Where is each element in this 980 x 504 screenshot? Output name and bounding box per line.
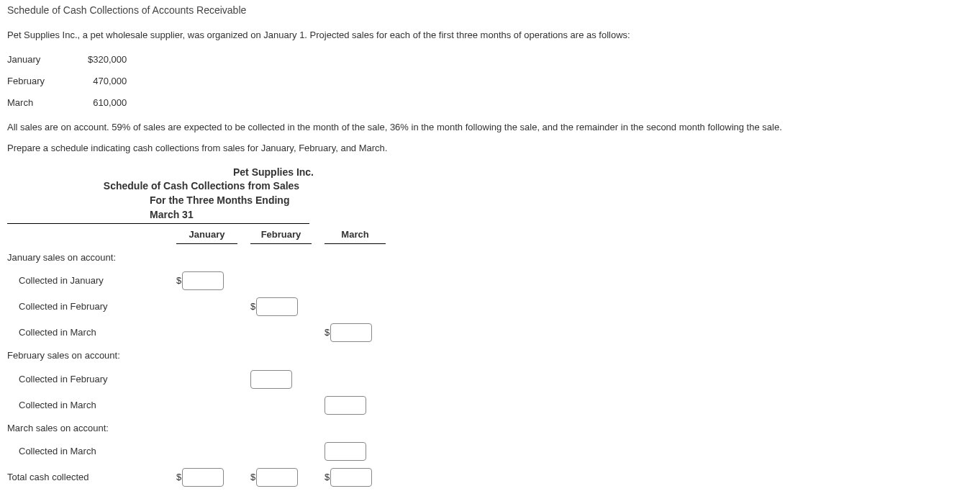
dollar-sign: $ xyxy=(176,274,181,287)
dollar-sign: $ xyxy=(325,471,330,484)
col-march: March xyxy=(325,228,386,244)
table-row: March 610,000 xyxy=(7,92,127,114)
mar-sales-header: March sales on account: xyxy=(7,422,176,435)
total-feb-input[interactable] xyxy=(256,468,298,487)
row-label: Collected in February xyxy=(7,373,176,386)
report-title: Schedule of Cash Collections from Sales xyxy=(94,179,309,194)
jan-jan-input[interactable] xyxy=(182,271,224,290)
dollar-sign: $ xyxy=(325,326,330,339)
row-label: Collected in January xyxy=(7,274,176,287)
table-row: February 470,000 xyxy=(7,71,127,92)
schedule-header: Pet Supplies Inc. Schedule of Cash Colle… xyxy=(7,166,309,224)
month-label: February xyxy=(7,71,88,92)
dollar-sign: $ xyxy=(176,471,181,484)
intro-text: Pet Supplies Inc., a pet wholesale suppl… xyxy=(7,29,973,42)
dollar-sign: $ xyxy=(250,471,255,484)
row-label: Collected in March xyxy=(7,399,176,412)
feb-feb-input[interactable] xyxy=(250,370,292,389)
amount-value: 610,000 xyxy=(88,92,127,114)
jan-sales-header: January sales on account: xyxy=(7,251,176,264)
jan-mar-input[interactable] xyxy=(330,323,372,342)
page-title: Schedule of Cash Collections of Accounts… xyxy=(7,4,973,18)
projected-sales-table: January $320,000 February 470,000 March … xyxy=(7,49,127,114)
feb-mar-input[interactable] xyxy=(325,396,366,415)
amount-value: 470,000 xyxy=(88,71,127,92)
amount-value: $320,000 xyxy=(88,49,127,71)
col-february: February xyxy=(250,228,312,244)
column-headers: January February March xyxy=(7,228,973,244)
row-label: Collected in March xyxy=(7,445,176,458)
col-january: January xyxy=(176,228,237,244)
row-label: Collected in February xyxy=(7,300,176,313)
jan-feb-input[interactable] xyxy=(256,297,298,316)
total-mar-input[interactable] xyxy=(330,468,372,487)
mar-mar-input[interactable] xyxy=(325,442,366,461)
total-label: Total cash collected xyxy=(7,471,176,484)
month-label: January xyxy=(7,49,88,71)
instruction-text: Prepare a schedule indicating cash colle… xyxy=(7,142,973,155)
company-name: Pet Supplies Inc. xyxy=(94,166,367,180)
row-label: Collected in March xyxy=(7,326,176,339)
feb-sales-header: February sales on account: xyxy=(7,349,176,362)
policy-text: All sales are on account. 59% of sales a… xyxy=(7,121,973,134)
total-jan-input[interactable] xyxy=(182,468,224,487)
table-row: January $320,000 xyxy=(7,49,127,71)
month-label: March xyxy=(7,92,88,114)
dollar-sign: $ xyxy=(250,300,255,313)
report-period: For the Three Months Ending March 31 xyxy=(94,194,309,222)
